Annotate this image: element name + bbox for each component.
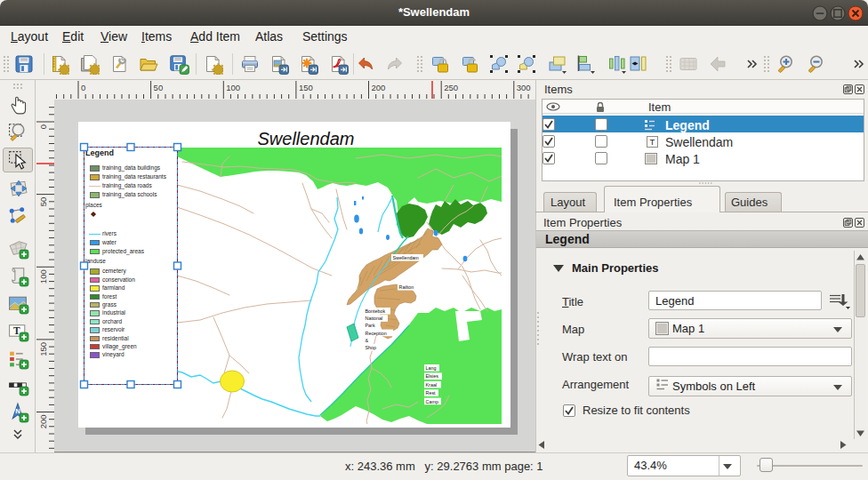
svg-text:Kraal: Kraal [426, 382, 438, 388]
svg-text:0: 0 [81, 83, 85, 92]
svg-text:50: 50 [154, 83, 164, 92]
svg-text:National: National [366, 316, 383, 321]
svg-text:Lang: Lang [426, 365, 437, 371]
svg-text:Camp: Camp [426, 399, 438, 404]
svg-text:Railton: Railton [399, 284, 414, 290]
svg-text:Shop: Shop [366, 345, 377, 350]
svg-text:200: 200 [38, 415, 48, 429]
svg-text:50: 50 [38, 197, 48, 207]
svg-text:T: T [650, 137, 655, 147]
svg-text:&: & [366, 338, 369, 343]
svg-text:Elsies: Elsies [426, 373, 439, 379]
svg-text:Rest: Rest [426, 390, 437, 396]
svg-text:300: 300 [517, 83, 531, 92]
svg-text:Bontebok: Bontebok [366, 308, 386, 314]
svg-text:150: 150 [299, 83, 313, 92]
svg-text:Swellendam: Swellendam [393, 255, 420, 260]
svg-text:N: N [15, 407, 20, 415]
svg-text:Park: Park [366, 323, 375, 328]
svg-text:100: 100 [226, 83, 240, 92]
svg-text:200: 200 [372, 83, 386, 92]
svg-text:100: 100 [38, 269, 48, 284]
svg-text:Reception: Reception [366, 331, 387, 336]
svg-text:150: 150 [38, 342, 48, 356]
svg-text:0: 0 [38, 124, 48, 129]
svg-text:250: 250 [444, 83, 458, 92]
